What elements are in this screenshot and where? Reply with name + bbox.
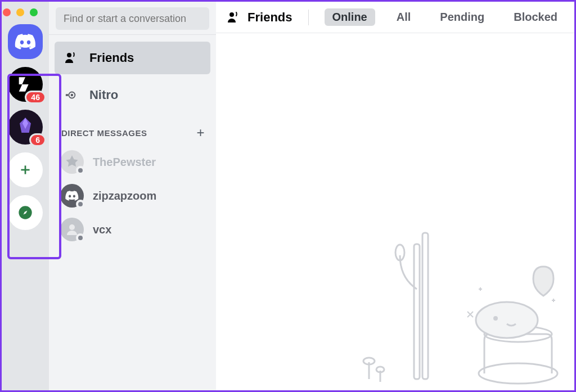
new-dm-button[interactable]: + [197,125,205,141]
svg-point-14 [476,302,538,338]
search-input[interactable] [56,7,209,30]
friends-icon [225,11,242,24]
svg-rect-16 [414,244,420,379]
svg-point-10 [69,224,75,230]
dm-item-thepewster[interactable]: ThePewster [55,146,210,178]
friends-nav[interactable]: Friends [55,42,210,74]
svg-point-8 [70,94,73,97]
topbar-title: Friends [248,10,292,25]
nitro-nav[interactable]: Nitro [55,79,210,111]
status-offline-icon [76,166,85,175]
avatar [60,184,84,208]
window-minimize-button[interactable] [16,8,24,16]
dm-name: ThePewster [93,156,156,169]
window-controls [3,8,38,16]
default-avatar-icon [65,223,79,236]
explore-servers-button[interactable] [8,195,43,230]
server-badge-2: 6 [29,133,46,147]
svg-rect-9 [66,94,69,96]
topbar: Friends Online All Pending Blocked [216,2,574,33]
dm-header-label: DIRECT MESSAGES [61,128,147,138]
svg-point-6 [67,53,71,57]
topbar-title-group: Friends [225,10,292,25]
svg-point-11 [230,12,234,17]
svg-point-15 [493,316,498,321]
svg-rect-17 [422,233,428,379]
avatar [60,218,84,241]
server-badge-1: 46 [25,91,46,104]
dm-name: zipzapzoom [93,190,156,202]
window-close-button[interactable] [3,8,11,16]
tab-blocked[interactable]: Blocked [506,8,565,26]
main-body [216,33,574,390]
friends-nav-label: Friends [89,51,134,65]
svg-point-12 [479,363,557,384]
channel-sidebar: Friends Nitro DIRECT MESSAGES + ThePewst… [49,2,216,390]
window-maximize-button[interactable] [30,8,38,16]
plus-icon [18,163,33,177]
empty-state-illustration [338,222,574,390]
discord-logo-icon [15,34,36,49]
server-rail: 46 6 [2,2,49,390]
sidebar-divider [49,34,216,35]
dm-section-header: DIRECT MESSAGES + [49,114,216,145]
tab-pending[interactable]: Pending [432,8,492,26]
server-item-2[interactable]: 6 [8,110,43,145]
nitro-icon [62,89,79,101]
add-server-button[interactable] [8,152,43,187]
server-item-1[interactable]: 46 [8,67,43,102]
status-offline-icon [76,200,85,209]
home-button[interactable] [8,24,43,59]
tab-all[interactable]: All [389,8,419,26]
discord-avatar-icon [65,191,79,201]
dm-name: vcx [93,223,111,236]
avatar [60,150,84,174]
svg-point-20 [376,367,384,372]
nitro-nav-label: Nitro [89,88,118,102]
dm-item-zipzapzoom[interactable]: zipzapzoom [55,180,210,211]
tab-online[interactable]: Online [325,8,375,26]
divider [308,10,309,25]
status-offline-icon [76,233,85,242]
compass-icon [17,205,33,220]
friends-icon [62,51,79,65]
dm-item-vcx[interactable]: vcx [55,214,210,245]
main-area: Friends Online All Pending Blocked [216,2,574,390]
